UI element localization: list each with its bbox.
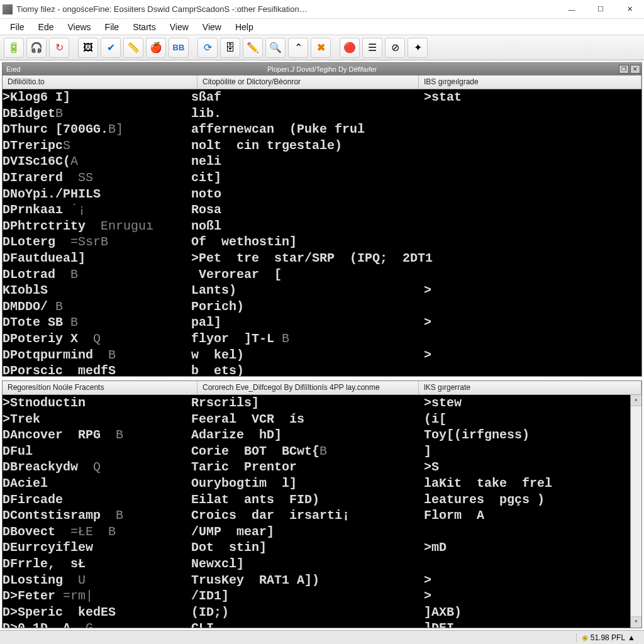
- panel-close-icon[interactable]: ✕: [630, 65, 640, 74]
- bars-icon[interactable]: ☰: [362, 38, 382, 58]
- ruler-icon[interactable]: 📏: [123, 38, 143, 58]
- table-row[interactable]: DBreackydw QTaric Prentor>S: [3, 459, 641, 475]
- status-segment: ◉ 51.98 PFL ▲: [576, 633, 640, 642]
- apple-icon[interactable]: 🍎: [146, 38, 166, 58]
- menu-views[interactable]: Views: [61, 20, 97, 34]
- table-row[interactable]: DFulCorie BOT BCwt{B]: [3, 443, 641, 460]
- table-row[interactable]: DFircadeEilat ants FID)leatures pgçs ): [3, 492, 641, 508]
- table-row[interactable]: DPorscic medfSb ets): [3, 363, 641, 376]
- check-icon[interactable]: ✔: [101, 38, 121, 58]
- scroll-down-icon[interactable]: ▾: [631, 616, 641, 628]
- bb-icon[interactable]: BB: [169, 38, 189, 58]
- table-row[interactable]: DVISc16C(Aneli: [3, 153, 641, 170]
- sync-icon[interactable]: ⟳: [197, 38, 218, 58]
- table-row[interactable]: DPhtrctrity Enruguınoßl: [3, 218, 641, 235]
- refresh-icon[interactable]: ↻: [49, 38, 69, 58]
- table-row[interactable]: >TrekFeeral VCR ís(i[: [3, 411, 641, 428]
- panel-restore-icon[interactable]: ❐: [619, 65, 629, 74]
- col-header-1[interactable]: Difiliöïtio.to: [3, 75, 197, 89]
- coin-icon: ◉: [582, 633, 588, 642]
- col-header-b2[interactable]: Cororech Eve_Dilfcegol By Difiïltionís 4…: [197, 381, 419, 394]
- menu-view2[interactable]: View: [196, 20, 228, 34]
- table-row[interactable]: DLosting UTrusKey RAT1 A])>: [3, 572, 641, 589]
- archive-icon[interactable]: 🗄: [220, 38, 240, 58]
- table-row[interactable]: DLotrad B Verorear [: [3, 267, 641, 283]
- table-row[interactable]: DPotqpurmind Bw kel)>: [3, 347, 641, 364]
- panel-bottom: Regoresítíon Noúle Fracents Cororech Eve…: [2, 380, 642, 628]
- maximize-button[interactable]: ☐: [586, 0, 615, 19]
- panel-top-tab[interactable]: Eıed: [6, 65, 21, 73]
- compass-icon[interactable]: ⊘: [385, 38, 405, 58]
- headphones-icon[interactable]: 🎧: [26, 38, 47, 58]
- panel-bottom-content[interactable]: >StnoductinRrscrils]>stew>TrekFeeral VCR…: [3, 395, 641, 628]
- panel-bottom-headers: Regoresítíon Noúle Fracents Cororech Eve…: [3, 381, 641, 395]
- magnify-icon[interactable]: 🔍: [265, 38, 286, 58]
- window-title: Tiomy filez - ongośceFine: Eosiiters Dsw…: [16, 4, 557, 14]
- table-row[interactable]: DLoterg =SsrBOf wethostin]: [3, 234, 641, 250]
- status-arrow-icon: ▲: [628, 633, 635, 642]
- panel-top-headers: Difiliöïtio.to Citopöilite or Dlictory/B…: [3, 75, 641, 89]
- table-row[interactable]: DAcielOurybogtim l]laKit take frel: [3, 475, 641, 492]
- table-row[interactable]: DFrrle, sŁNewxcl]: [3, 556, 641, 572]
- menu-help[interactable]: Help: [229, 20, 260, 34]
- close-button[interactable]: ✕: [615, 0, 644, 19]
- table-row[interactable]: DEurrcyiflewDot stin]>mD: [3, 540, 641, 556]
- scroll-track[interactable]: [631, 406, 641, 616]
- hanger-icon[interactable]: ⌃: [288, 38, 308, 58]
- table-row[interactable]: DFautdueal]>Pet tre star/SRP (IPQ; 2DT1: [3, 250, 641, 267]
- menu-view[interactable]: View: [164, 20, 195, 34]
- table-row[interactable]: DPrnkaaı ˙¡Rosa: [3, 202, 641, 218]
- table-row[interactable]: DBovect =ŁE B/UMP mear]: [3, 524, 641, 540]
- pencil-icon[interactable]: ✏️: [243, 38, 263, 58]
- table-row[interactable]: >Klog6 I]sßaf>stat: [3, 89, 641, 106]
- table-row[interactable]: DThurc [700GG.B]affernewcan (Puke frul: [3, 121, 641, 138]
- close-x-icon[interactable]: ✖: [311, 38, 331, 58]
- table-row[interactable]: >StnoductinRrscrils]>stew: [3, 395, 641, 411]
- menu-ede[interactable]: Ede: [32, 20, 60, 34]
- col-header-3[interactable]: IBS gırgeılgrade: [419, 75, 641, 89]
- statusbar: ◉ 51.98 PFL ▲: [0, 630, 644, 644]
- table-row[interactable]: D>Speric kedES(ID;)]AXB): [3, 604, 641, 621]
- col-header-b1[interactable]: Regoresítíon Noúle Fracents: [3, 381, 197, 394]
- panel-top-content[interactable]: >Klog6 I]sßaf>statDBidgetBlib.DThurc [70…: [3, 89, 641, 376]
- titlebar: Tiomy filez - ongośceFine: Eosiiters Dsw…: [0, 0, 644, 19]
- scrollbar[interactable]: ▴ ▾: [630, 395, 641, 628]
- scroll-up-icon[interactable]: ▴: [631, 395, 641, 406]
- table-row[interactable]: DMDDO/ BPorich): [3, 299, 641, 315]
- panel-top-titlebar[interactable]: Eıed Ploperı.J Dovid/Tegihn Dy Défifaıfe…: [3, 63, 641, 75]
- status-text: 51.98 PFL: [591, 633, 625, 642]
- menu-starts[interactable]: Starts: [126, 20, 162, 34]
- table-row[interactable]: DNoYpi./PHILSnoto: [3, 186, 641, 203]
- table-row[interactable]: DPoteriy X Qflyor ]T-L B: [3, 331, 641, 347]
- table-row[interactable]: D>0.1D A GCLI]DEI: [3, 620, 641, 628]
- star-icon[interactable]: ✦: [408, 38, 428, 58]
- app-icon: [3, 4, 13, 14]
- menu-file[interactable]: File: [4, 20, 31, 34]
- menubar: File Ede Views File Starts View View Hel…: [0, 19, 644, 35]
- image-icon[interactable]: 🖼: [78, 38, 98, 58]
- col-header-2[interactable]: Citopöilite or Dlictory/Bèonror: [197, 75, 419, 89]
- table-row[interactable]: KIoblSLants)>: [3, 282, 641, 299]
- menu-file2[interactable]: File: [99, 20, 126, 34]
- table-row[interactable]: D>Feter =rm|/ID1]>: [3, 588, 641, 604]
- table-row[interactable]: DTreripcSnolt cin trgestale): [3, 138, 641, 154]
- table-row[interactable]: DIrarerd SScit]: [3, 170, 641, 186]
- table-row[interactable]: DTote SB Bpal]>: [3, 314, 641, 331]
- battery-icon[interactable]: 🔋: [4, 38, 24, 58]
- table-row[interactable]: DContstisramp BCroics dar irsarti¡Florm …: [3, 508, 641, 524]
- ball-icon[interactable]: 🔴: [340, 38, 360, 58]
- table-row[interactable]: DBidgetBlib.: [3, 106, 641, 122]
- toolbar: 🔋 🎧 ↻ 🖼 ✔ 📏 🍎 BB ⟳ 🗄 ✏️ 🔍 ⌃ ✖ 🔴 ☰ ⊘ ✦: [0, 35, 644, 60]
- table-row[interactable]: DAncover RPG BAdarize hD]Toy[(irfgness): [3, 427, 641, 443]
- minimize-button[interactable]: —: [557, 0, 586, 19]
- panel-top-title: Ploperı.J Dovid/Tegihn Dy Défifaıfer: [267, 65, 377, 73]
- col-header-b3[interactable]: lKS gırgerrate: [419, 381, 641, 394]
- panel-top: Eıed Ploperı.J Dovid/Tegihn Dy Défifaıfe…: [2, 62, 642, 377]
